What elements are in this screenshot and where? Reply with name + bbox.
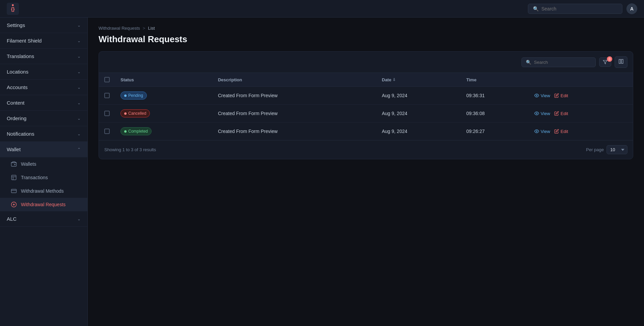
- withdrawal-requests-icon: [11, 201, 17, 208]
- sidebar-subitem-transactions-label: Transactions: [21, 175, 48, 180]
- app-logo-icon: {}: [7, 3, 19, 15]
- per-page-dropdown[interactable]: 10 25 50 100: [607, 145, 627, 154]
- view-button[interactable]: View: [534, 93, 550, 98]
- col-time: Time: [461, 73, 529, 87]
- chevron-down-icon: ⌄: [77, 38, 81, 43]
- svg-rect-3: [11, 163, 17, 166]
- col-date[interactable]: Date ⇩: [376, 73, 461, 87]
- breadcrumb: Withdrawal Requests > List: [99, 26, 633, 31]
- row-checkbox[interactable]: [104, 129, 110, 134]
- svg-point-4: [15, 164, 15, 165]
- cell-time: 09:36:08: [461, 105, 529, 123]
- sidebar-subitem-withdrawal-methods[interactable]: Withdrawal Methods: [0, 184, 87, 198]
- sidebar-item-translations[interactable]: Translations ⌄: [0, 49, 87, 64]
- filter-icon: [603, 60, 608, 64]
- cell-description: Created From Form Preview: [213, 87, 377, 105]
- action-buttons: View Edit: [534, 129, 627, 134]
- edit-icon: [554, 93, 559, 98]
- table-row: Cancelled Created From Form Preview Aug …: [99, 105, 633, 123]
- sidebar-item-content[interactable]: Content ⌄: [0, 95, 87, 111]
- sidebar-label-filament-shield: Filament Shield: [7, 38, 42, 44]
- chevron-down-icon: ⌄: [77, 132, 81, 136]
- main-content: Withdrawal Requests > List Withdrawal Re…: [88, 18, 644, 326]
- cell-status: Completed: [115, 123, 213, 140]
- edit-button[interactable]: Edit: [554, 129, 568, 134]
- svg-point-13: [536, 95, 537, 96]
- status-dot: [124, 112, 127, 115]
- svg-rect-12: [621, 59, 623, 63]
- columns-button[interactable]: [615, 56, 627, 68]
- sidebar-item-ordering[interactable]: Ordering ⌄: [0, 111, 87, 126]
- sidebar-item-wallet[interactable]: Wallet ⌃: [0, 142, 87, 157]
- sidebar-subitem-wallets-label: Wallets: [21, 161, 36, 167]
- filter-badge: 0: [607, 56, 612, 62]
- table-card: 🔍 0: [99, 51, 633, 159]
- cell-actions: View Edit: [529, 123, 633, 140]
- edit-button[interactable]: Edit: [554, 111, 568, 116]
- global-search[interactable]: 🔍: [528, 4, 622, 14]
- select-all-checkbox[interactable]: [104, 77, 110, 82]
- col-status: Status: [115, 73, 213, 87]
- chevron-down-icon: ⌄: [77, 217, 81, 221]
- page-title: Withdrawal Requests: [99, 34, 633, 45]
- chevron-down-icon: ⌄: [77, 23, 81, 28]
- table-toolbar: 🔍 0: [99, 52, 633, 73]
- cell-status: Cancelled: [115, 105, 213, 123]
- cell-actions: View Edit: [529, 87, 633, 105]
- view-button[interactable]: View: [534, 111, 550, 116]
- cell-date: Aug 9, 2024: [376, 87, 461, 105]
- per-page-label: Per page: [586, 147, 604, 152]
- sidebar-label-accounts: Accounts: [7, 84, 28, 90]
- sidebar-label-content: Content: [7, 100, 25, 106]
- eye-icon: [534, 111, 539, 116]
- cell-description: Created From Form Preview: [213, 105, 377, 123]
- sidebar-label-settings: Settings: [7, 22, 25, 28]
- action-buttons: View Edit: [534, 93, 627, 98]
- filter-button[interactable]: 0: [599, 57, 611, 67]
- sidebar-item-alc[interactable]: ALC ⌄: [0, 211, 87, 227]
- sidebar-subitem-wallets[interactable]: Wallets: [0, 157, 87, 171]
- breadcrumb-separator: >: [143, 26, 145, 31]
- svg-rect-11: [619, 59, 621, 63]
- sidebar-subitem-withdrawal-requests[interactable]: Withdrawal Requests: [0, 198, 87, 211]
- table-row: Pending Created From Form Preview Aug 9,…: [99, 87, 633, 105]
- topbar-right: 🔍 A: [528, 3, 637, 14]
- eye-icon: [534, 93, 539, 98]
- cell-actions: View Edit: [529, 105, 633, 123]
- cell-time: 09:36:31: [461, 87, 529, 105]
- col-description: Description: [213, 73, 377, 87]
- sidebar-label-alc: ALC: [7, 216, 17, 222]
- sidebar-subitem-transactions[interactable]: Transactions: [0, 171, 87, 184]
- global-search-input[interactable]: [541, 6, 617, 11]
- svg-point-15: [536, 131, 537, 132]
- view-button[interactable]: View: [534, 129, 550, 134]
- svg-point-14: [536, 113, 537, 114]
- sidebar-item-notifications[interactable]: Notifications ⌄: [0, 126, 87, 142]
- sidebar: Settings ⌄ Filament Shield ⌄ Translation…: [0, 18, 88, 326]
- row-checkbox[interactable]: [104, 111, 110, 116]
- cell-date: Aug 9, 2024: [376, 123, 461, 140]
- chevron-down-icon: ⌄: [77, 54, 81, 59]
- search-icon: 🔍: [533, 6, 539, 11]
- cell-status: Pending: [115, 87, 213, 105]
- table-search[interactable]: 🔍: [521, 57, 596, 67]
- edit-button[interactable]: Edit: [554, 93, 568, 98]
- sidebar-item-filament-shield[interactable]: Filament Shield ⌄: [0, 33, 87, 49]
- status-badge: Cancelled: [120, 109, 150, 117]
- sidebar-item-locations[interactable]: Locations ⌄: [0, 64, 87, 80]
- row-checkbox[interactable]: [104, 93, 110, 98]
- transactions-icon: [11, 174, 17, 181]
- per-page-select: Per page 10 25 50 100: [586, 145, 627, 154]
- withdrawal-methods-icon: [11, 188, 17, 194]
- edit-icon: [554, 129, 559, 134]
- sidebar-item-settings[interactable]: Settings ⌄: [0, 18, 87, 33]
- chevron-down-icon: ⌄: [77, 116, 81, 121]
- table-head: Status Description Date ⇩ Time: [99, 73, 633, 87]
- avatar-button[interactable]: A: [626, 3, 637, 14]
- sidebar-label-locations: Locations: [7, 69, 28, 75]
- breadcrumb-parent[interactable]: Withdrawal Requests: [99, 26, 140, 31]
- sidebar-item-accounts[interactable]: Accounts ⌄: [0, 80, 87, 95]
- chevron-down-icon: ⌄: [77, 85, 81, 90]
- main-layout: Settings ⌄ Filament Shield ⌄ Translation…: [0, 18, 644, 326]
- table-search-input[interactable]: [534, 60, 591, 65]
